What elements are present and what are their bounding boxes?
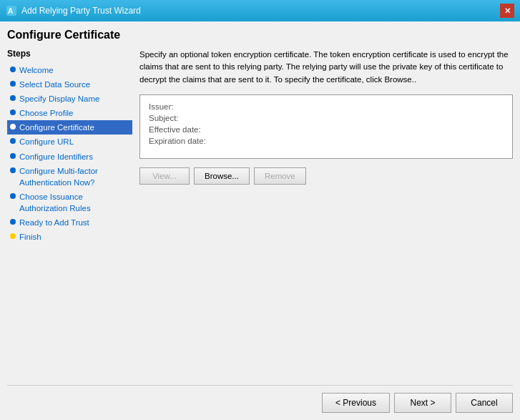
dot-finish [10, 233, 16, 239]
cert-button-row: View... Browse... Remove [139, 167, 513, 185]
sidebar-label-ready-to-add: Ready to Add Trust [19, 217, 89, 228]
certificate-box: Issuer: Subject: Effective date: Expirat… [139, 94, 513, 159]
content-area: Steps Welcome Select Data Source Specify… [7, 49, 513, 385]
sidebar-item-select-data-source[interactable]: Select Data Source [7, 77, 132, 92]
dot-select-data-source [10, 81, 16, 87]
dot-configure-certificate [10, 124, 16, 130]
sidebar-item-choose-profile[interactable]: Choose Profile [7, 106, 132, 120]
dot-welcome [10, 67, 16, 72]
previous-button[interactable]: < Previous [322, 393, 390, 413]
dot-choose-issuance [10, 193, 16, 199]
browse-button[interactable]: Browse... [194, 167, 250, 185]
sidebar-item-welcome[interactable]: Welcome [7, 63, 132, 77]
cancel-button[interactable]: Cancel [456, 393, 513, 413]
sidebar: Steps Welcome Select Data Source Specify… [7, 49, 132, 385]
dot-configure-identifiers [10, 153, 16, 159]
cert-expiration-date-label: Expiration date: [149, 137, 206, 145]
sidebar-label-configure-certificate: Configure Certificate [19, 122, 94, 133]
sidebar-label-specify-display-name: Specify Display Name [19, 93, 99, 104]
sidebar-label-choose-issuance: Choose Issuance Authorization Rules [19, 191, 129, 214]
cert-subject-label: Subject: [149, 114, 179, 122]
dot-specify-display-name [10, 95, 16, 101]
cert-issuer-row: Issuer: [149, 102, 504, 111]
app-icon: A [6, 5, 17, 16]
sidebar-label-select-data-source: Select Data Source [19, 79, 90, 90]
sidebar-item-configure-identifiers[interactable]: Configure Identifiers [7, 150, 132, 164]
title-bar-left: A Add Relying Party Trust Wizard [6, 5, 141, 16]
sidebar-item-finish[interactable]: Finish [7, 230, 132, 244]
sidebar-label-configure-identifiers: Configure Identifiers [19, 151, 93, 162]
window-body: Configure Certificate Steps Welcome Sele… [0, 21, 520, 420]
close-button[interactable]: ✕ [500, 4, 514, 18]
cert-effective-date-row: Effective date: [149, 125, 504, 134]
dot-choose-profile [10, 109, 16, 115]
view-button[interactable]: View... [139, 167, 190, 185]
sidebar-item-configure-certificate[interactable]: Configure Certificate [7, 120, 132, 135]
description-text: Specify an optional token encryption cer… [139, 49, 513, 86]
sidebar-label-configure-multifactor: Configure Multi-factor Authentication No… [19, 165, 129, 188]
next-button[interactable]: Next > [394, 393, 451, 413]
sidebar-label-welcome: Welcome [19, 64, 54, 76]
sidebar-label-configure-url: Configure URL [19, 136, 74, 147]
cert-effective-date-label: Effective date: [149, 125, 201, 134]
cert-issuer-label: Issuer: [149, 102, 174, 111]
sidebar-item-choose-issuance[interactable]: Choose Issuance Authorization Rules [7, 190, 132, 215]
remove-button[interactable]: Remove [254, 167, 306, 185]
sidebar-item-configure-url[interactable]: Configure URL [7, 135, 132, 149]
sidebar-label-choose-profile: Choose Profile [19, 107, 73, 119]
svg-text:A: A [8, 7, 13, 15]
sidebar-item-configure-multifactor[interactable]: Configure Multi-factor Authentication No… [7, 164, 132, 190]
sidebar-title: Steps [7, 49, 132, 59]
footer: < Previous Next > Cancel [7, 385, 513, 413]
title-bar-text: Add Relying Party Trust Wizard [21, 6, 141, 16]
page-title: Configure Certificate [7, 29, 513, 41]
dot-configure-url [10, 138, 16, 144]
title-bar: A Add Relying Party Trust Wizard ✕ [0, 0, 520, 21]
sidebar-item-specify-display-name[interactable]: Specify Display Name [7, 92, 132, 106]
dot-ready-to-add [10, 219, 16, 225]
cert-expiration-date-row: Expiration date: [149, 137, 504, 145]
sidebar-label-finish: Finish [19, 231, 41, 243]
sidebar-item-ready-to-add[interactable]: Ready to Add Trust [7, 215, 132, 230]
dot-configure-multifactor [10, 167, 16, 173]
main-content: Specify an optional token encryption cer… [139, 49, 513, 385]
cert-subject-row: Subject: [149, 114, 504, 122]
